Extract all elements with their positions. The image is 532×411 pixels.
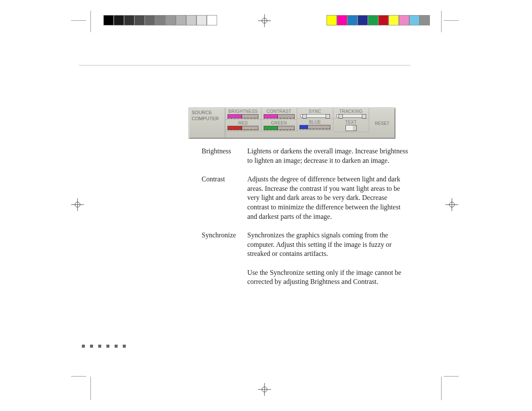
text-toggle[interactable]: [345, 125, 357, 131]
tracking-cell[interactable]: TRACKING: [333, 108, 370, 119]
sync-slider[interactable]: [300, 114, 330, 118]
source-label: SOURCE: [192, 110, 222, 115]
brightness-label: BRIGHTNESS: [228, 109, 258, 114]
red-label: RED: [238, 121, 248, 125]
osd-panel: SOURCE COMPUTER BRIGHTNESS RED CONTRAST: [189, 108, 395, 139]
brightness-cell[interactable]: BRIGHTNESS: [225, 108, 261, 120]
red-cell[interactable]: RED: [225, 120, 261, 131]
registration-mark-icon: [445, 198, 458, 211]
text-cell[interactable]: TEXT: [333, 119, 370, 132]
grayscale-swatches: [103, 15, 217, 25]
color-swatches: [327, 15, 430, 25]
definition-list: Brightness Lightens or darkens the overa…: [202, 146, 408, 296]
footer-section-dots: [82, 345, 126, 348]
source-cell: SOURCE COMPUTER: [189, 108, 225, 138]
sync-cell[interactable]: SYNC: [297, 108, 333, 119]
sync-label: SYNC: [309, 109, 321, 114]
text-label: TEXT: [345, 120, 357, 125]
green-cell[interactable]: GREEN: [261, 120, 298, 131]
term-brightness: Brightness: [202, 146, 245, 156]
source-value: COMPUTER: [192, 116, 222, 121]
registration-mark-icon: [258, 14, 271, 27]
tracking-slider[interactable]: [336, 114, 366, 118]
header-rule: [79, 65, 411, 65]
red-slider[interactable]: [227, 126, 258, 130]
def-synchronize-p1: Synchronizes the graphics signals coming…: [247, 231, 392, 257]
term-contrast: Contrast: [202, 174, 245, 184]
contrast-cell[interactable]: CONTRAST: [261, 108, 298, 120]
term-synchronize: Synchronize: [202, 230, 245, 240]
reset-button[interactable]: RESET: [369, 108, 395, 138]
def-synchronize-p2: Use the Synchronize setting only if the …: [247, 269, 401, 286]
contrast-slider[interactable]: [264, 114, 295, 118]
blue-slider[interactable]: [299, 125, 330, 129]
blue-cell[interactable]: BLUE: [297, 119, 333, 131]
registration-mark-icon: [258, 383, 271, 396]
green-slider[interactable]: [264, 126, 295, 130]
green-label: GREEN: [271, 121, 287, 125]
blue-label: BLUE: [309, 120, 321, 125]
contrast-label: CONTRAST: [267, 109, 291, 114]
registration-mark-icon: [71, 198, 84, 211]
reset-label: RESET: [375, 121, 389, 126]
brightness-slider[interactable]: [227, 114, 258, 118]
def-brightness: Lightens or darkens the overall image. I…: [247, 146, 408, 165]
tracking-label: TRACKING: [339, 109, 363, 114]
def-contrast: Adjusts the degree of difference between…: [247, 174, 408, 221]
